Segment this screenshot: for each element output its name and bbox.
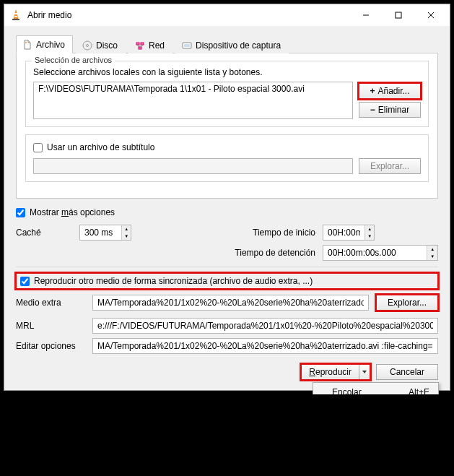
stop-up[interactable]: ▲: [427, 246, 437, 253]
play-button[interactable]: Reproducir: [301, 364, 359, 380]
tab-disc[interactable]: Disco: [76, 35, 126, 53]
file-group-title: Selección de archivos: [32, 56, 115, 64]
start-time-label: Tiempo de inicio: [153, 228, 315, 238]
play-dropdown-menu: Encolar Alt+E Reproducir Alt+P Emitir Al…: [313, 382, 439, 394]
file-list-item[interactable]: F:\VIDEOS\FUTURAMA\Temporada 1\1x01 - Pi…: [38, 84, 348, 94]
tab-file[interactable]: Archivo: [16, 35, 73, 53]
plus-icon: +: [370, 86, 375, 96]
edit-options-label: Editar opciones: [16, 341, 85, 351]
cache-up[interactable]: ▲: [122, 225, 131, 233]
titlebar: Abrir medio: [4, 4, 450, 26]
svg-rect-1: [14, 13, 18, 14]
stop-time-label: Tiempo de detención: [16, 248, 315, 258]
cache-label: Caché: [16, 228, 72, 238]
add-file-label: Añadir...: [377, 86, 409, 96]
play-button-label: Reproducir: [309, 367, 352, 377]
start-time-value[interactable]: [323, 225, 364, 240]
disc-icon: [82, 40, 92, 51]
svg-line-7: [428, 12, 434, 18]
start-down[interactable]: ▼: [365, 233, 374, 240]
cache-down[interactable]: ▼: [122, 233, 131, 240]
network-icon: [135, 40, 145, 51]
stop-time-value[interactable]: [323, 246, 427, 260]
open-media-dialog: Abrir medio Archivo Disco Red Dispositiv…: [4, 4, 450, 391]
window-title: Abrir medio: [27, 10, 349, 20]
start-time-spinner[interactable]: ▲▼: [323, 225, 375, 241]
more-options-checkbox[interactable]: [16, 208, 25, 217]
source-tabs: Archivo Disco Red Dispositivo de captura: [16, 35, 438, 53]
file-icon: [22, 40, 32, 50]
sync-media-checkbox[interactable]: [20, 277, 30, 286]
subtitle-browse-label: Explorar...: [370, 161, 409, 171]
subtitle-checkbox-label: Usar un archivo de subtítulo: [47, 142, 154, 152]
separator: [16, 267, 438, 267]
play-split-button: Reproducir: [301, 364, 370, 380]
extra-media-label: Medio extra: [16, 298, 85, 308]
start-up[interactable]: ▲: [365, 225, 374, 233]
tab-network-label: Red: [149, 40, 165, 51]
tab-file-label: Archivo: [36, 40, 65, 50]
extra-media-input[interactable]: [92, 295, 369, 311]
menu-enqueue-accel: Alt+E: [409, 387, 429, 394]
edit-options-input[interactable]: [92, 338, 438, 354]
maximize-button[interactable]: [382, 5, 414, 26]
tab-capture-label: Dispositivo de captura: [196, 40, 281, 51]
svg-point-8: [25, 42, 27, 43]
tab-network[interactable]: Red: [128, 35, 173, 53]
remove-file-button[interactable]: − Eliminar: [359, 102, 421, 118]
file-list[interactable]: F:\VIDEOS\FUTURAMA\Temporada 1\1x01 - Pi…: [33, 82, 353, 119]
svg-marker-16: [362, 371, 367, 373]
cache-value[interactable]: [80, 225, 121, 240]
add-file-button[interactable]: + Añadir...: [359, 83, 421, 99]
subtitle-path-input: [33, 158, 353, 174]
subtitle-browse-button: Explorar...: [359, 158, 421, 174]
remove-file-label: Eliminar: [378, 105, 409, 115]
subtitle-checkbox[interactable]: [33, 143, 43, 152]
play-dropdown-toggle[interactable]: [359, 364, 370, 380]
file-hint: Seleccione archivos locales con la sigui…: [33, 67, 421, 77]
cancel-button-label: Cancelar: [390, 367, 424, 377]
more-options-label: Mostrar más opciones: [30, 207, 115, 217]
svg-line-6: [428, 12, 434, 18]
subtitle-group: Usar un archivo de subtítulo Explorar...: [25, 134, 429, 182]
mrl-label: MRL: [16, 321, 85, 331]
tab-disc-label: Disco: [96, 40, 118, 51]
menu-enqueue[interactable]: Encolar Alt+E: [315, 384, 437, 394]
cache-spinner[interactable]: ▲▼: [79, 225, 131, 241]
minus-icon: −: [370, 105, 375, 115]
mrl-input[interactable]: [92, 318, 438, 334]
svg-rect-11: [136, 43, 139, 45]
chevron-down-icon: [362, 369, 367, 375]
svg-rect-2: [14, 16, 17, 17]
file-panel: Selección de archivos Seleccione archivo…: [16, 53, 438, 199]
file-selection-group: Selección de archivos Seleccione archivo…: [25, 61, 429, 127]
menu-enqueue-label: Encolar: [332, 387, 362, 394]
stop-down[interactable]: ▼: [427, 253, 437, 260]
close-button[interactable]: [414, 5, 447, 26]
svg-rect-3: [12, 19, 19, 20]
svg-rect-12: [141, 43, 144, 45]
stop-time-spinner[interactable]: ▲▼: [323, 245, 438, 261]
tab-capture[interactable]: Dispositivo de captura: [175, 35, 289, 53]
svg-rect-15: [184, 44, 190, 47]
svg-rect-13: [139, 47, 141, 49]
minimize-button[interactable]: [349, 5, 382, 26]
vlc-icon: [10, 9, 22, 21]
svg-rect-5: [396, 12, 401, 18]
sync-media-label: Reproducir otro medio de forma sincroniz…: [34, 276, 313, 286]
extra-browse-button[interactable]: Explorar...: [376, 295, 438, 311]
capture-icon: [182, 40, 192, 51]
svg-point-10: [87, 44, 89, 46]
cancel-button[interactable]: Cancelar: [376, 364, 438, 380]
extra-browse-label: Explorar...: [388, 298, 427, 308]
